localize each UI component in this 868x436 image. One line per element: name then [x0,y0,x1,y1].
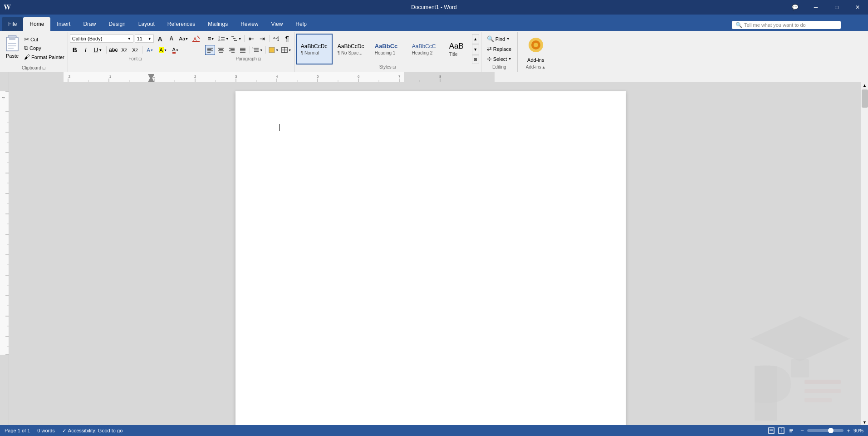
document-area[interactable] [9,82,861,426]
accessibility-status[interactable]: ✓ Accessibility: Good to go [62,428,123,434]
style-heading2-box[interactable]: AaBbCcC Heading 2 [408,34,444,64]
ruler-corner [0,72,9,82]
tab-mailings[interactable]: Mailings [201,17,234,31]
multilevel-button[interactable]: ▼ [230,34,242,44]
svg-text:7: 7 [398,74,401,79]
accessibility-icon: ✓ [62,428,66,434]
svg-text:6: 6 [358,74,360,79]
shading-button[interactable]: ▼ [268,45,280,55]
clear-formatting-button[interactable]: A [191,34,201,44]
web-layout-btn[interactable] [777,426,785,435]
zoom-level[interactable]: 90% [853,428,863,433]
align-left-button[interactable] [205,45,215,55]
tab-references[interactable]: References [161,17,201,31]
select-button[interactable]: ⊹ Select ▼ [485,54,514,63]
tab-draw[interactable]: Draw [77,17,102,31]
view-buttons [767,426,795,435]
borders-button[interactable]: ▼ [280,45,292,55]
zoom-slider[interactable] [807,429,843,432]
tab-insert[interactable]: Insert [50,17,77,31]
tab-review[interactable]: Review [234,17,265,31]
addins-collapse-icon[interactable]: ▲ [542,65,546,69]
bold-button[interactable]: B [70,45,80,55]
show-marks-button[interactable]: ¶ [282,34,292,44]
align-right-button[interactable] [227,45,237,55]
search-placeholder: Tell me what you want to do [744,22,806,28]
font-name-select[interactable]: Calibri (Body) ▼ [70,35,133,43]
close-button[interactable]: ✕ [847,0,868,15]
zoom-in-btn[interactable]: + [845,427,852,434]
print-layout-btn[interactable] [767,426,775,435]
styles-group: AaBbCcDc ¶ Normal AaBbCcDc ¶ No Spac... … [294,32,481,72]
zoom-slider-thumb[interactable] [828,428,834,433]
font-expand-icon[interactable]: ⊡ [138,57,142,61]
styles-scroll-up[interactable]: ▲ [472,34,479,44]
scrollbar-down-btn[interactable]: ▼ [862,419,868,426]
focus-mode-btn[interactable] [787,426,795,435]
copy-button[interactable]: ⧉ Copy [23,44,66,52]
style-no-spacing-box[interactable]: AaBbCcDc ¶ No Spac... [333,34,370,64]
heading2-label: Heading 2 [412,50,440,55]
tab-home[interactable]: Home [23,17,50,31]
minimize-button[interactable]: ─ [805,0,826,15]
sort-button[interactable]: A Z [271,34,281,44]
tab-help[interactable]: Help [289,17,313,31]
addins-button[interactable]: Add-ins [527,33,544,64]
find-button[interactable]: 🔍 Find ▼ [485,35,514,43]
subscript-button[interactable]: X2 [119,45,129,55]
style-heading1-box[interactable]: AaBbCc Heading 1 [371,34,407,64]
strikethrough-button[interactable]: abc [108,45,118,55]
svg-text:2: 2 [194,74,196,79]
highlight-button[interactable]: A▼ [157,45,169,55]
zoom-out-btn[interactable]: − [799,427,805,434]
text-effects-button[interactable]: A▼ [144,45,156,55]
numbering-button[interactable]: 1. 2. ▼ [218,34,230,44]
tab-view[interactable]: View [265,17,289,31]
paragraph-expand-icon[interactable]: ⊡ [258,57,261,61]
format-painter-button[interactable]: 🖌 Format Painter [23,53,66,61]
ruler-content: -2 -1 1 2 3 4 5 6 7 [9,72,868,82]
font-row2: B I U▼ abc X2 X2 A▼ A▼ A▼ [70,45,201,55]
maximize-button[interactable]: □ [826,0,847,15]
superscript-button[interactable]: X2 [130,45,140,55]
replace-button[interactable]: ⇄ Replace [485,45,514,53]
styles-expand-btn[interactable]: ⊞ [472,55,479,64]
clipboard-content: Paste ✂ Cut ⧉ Copy 🖌 Format Painter [2,32,66,65]
tab-design[interactable]: Design [102,17,132,31]
page-info: Page 1 of 1 [5,428,30,433]
paragraph-group: ≡▼ 1. 2. ▼ ▼ ⇤ ⇥ [203,32,294,72]
increase-indent-button[interactable]: ⇥ [257,34,267,44]
paste-button[interactable]: Paste [2,34,23,59]
font-shrink-button[interactable]: A [167,34,177,44]
styles-expand-icon[interactable]: ⊡ [392,65,396,69]
align-center-button[interactable] [216,45,226,55]
replace-icon: ⇄ [487,45,492,52]
underline-button[interactable]: U▼ [92,45,104,55]
font-grow-button[interactable]: A [155,34,165,44]
decrease-indent-button[interactable]: ⇤ [246,34,256,44]
italic-button[interactable]: I [81,45,91,55]
document-page[interactable] [235,91,626,426]
change-case-button[interactable]: Aa▼ [178,34,190,44]
tab-layout[interactable]: Layout [132,17,161,31]
justify-button[interactable] [238,45,248,55]
help-search-bar[interactable]: 🔍 Tell me what you want to do [732,21,841,29]
svg-point-44 [534,43,538,47]
style-title-box[interactable]: AaB Title [445,34,470,64]
font-row1: Calibri (Body) ▼ 11 ▼ A A Aa▼ A [70,33,201,44]
font-size-select[interactable]: 11 ▼ [135,35,154,43]
clipboard-expand-icon[interactable]: ⊡ [42,66,46,70]
cut-button[interactable]: ✂ Cut [23,35,66,43]
chat-button[interactable]: 💬 [785,0,805,15]
para-row1: ≡▼ 1. 2. ▼ ▼ ⇤ ⇥ [205,33,292,44]
line-spacing-button[interactable]: ▼ [252,45,264,55]
font-color-button[interactable]: A▼ [170,45,181,55]
scrollbar-vertical[interactable]: ▲ ▼ [861,82,868,426]
scrollbar-up-btn[interactable]: ▲ [862,82,868,89]
style-normal-box[interactable]: AaBbCcDc ¶ Normal [296,34,333,64]
bullets-button[interactable]: ≡▼ [205,34,217,44]
scrollbar-thumb[interactable] [862,89,868,108]
vertical-ruler: -1 [0,82,9,426]
styles-scroll-down[interactable]: ▼ [472,45,479,54]
tab-file[interactable]: File [2,17,23,31]
